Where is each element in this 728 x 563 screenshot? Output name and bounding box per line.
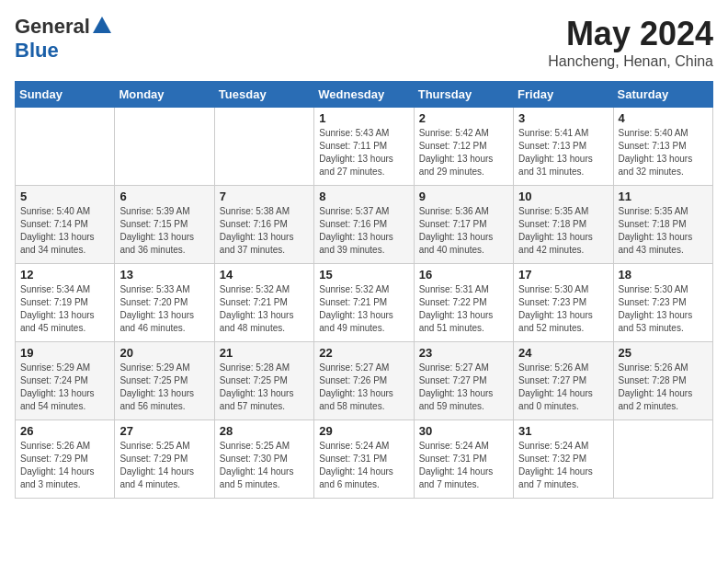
calendar-cell xyxy=(115,108,214,186)
page-header: General Blue May 2024 Hancheng, Henan, C… xyxy=(15,15,713,70)
logo-blue-text: Blue xyxy=(15,39,59,63)
day-info: Sunrise: 5:26 AM Sunset: 7:28 PM Dayligh… xyxy=(619,362,708,413)
weekday-header-monday: Monday xyxy=(115,82,214,108)
calendar-cell: 21Sunrise: 5:28 AM Sunset: 7:25 PM Dayli… xyxy=(214,342,313,420)
day-info: Sunrise: 5:26 AM Sunset: 7:27 PM Dayligh… xyxy=(518,362,608,413)
day-info: Sunrise: 5:36 AM Sunset: 7:17 PM Dayligh… xyxy=(419,205,508,257)
calendar-cell: 1Sunrise: 5:43 AM Sunset: 7:11 PM Daylig… xyxy=(314,108,414,186)
calendar-cell: 8Sunrise: 5:37 AM Sunset: 7:16 PM Daylig… xyxy=(314,186,414,264)
calendar-cell xyxy=(214,108,313,186)
weekday-header-friday: Friday xyxy=(514,82,613,108)
day-info: Sunrise: 5:42 AM Sunset: 7:12 PM Dayligh… xyxy=(419,127,508,178)
day-info: Sunrise: 5:27 AM Sunset: 7:27 PM Dayligh… xyxy=(419,362,508,413)
day-info: Sunrise: 5:40 AM Sunset: 7:14 PM Dayligh… xyxy=(20,205,109,257)
day-info: Sunrise: 5:29 AM Sunset: 7:25 PM Dayligh… xyxy=(119,362,209,413)
day-number: 21 xyxy=(220,346,309,360)
calendar-cell: 28Sunrise: 5:25 AM Sunset: 7:30 PM Dayli… xyxy=(214,420,313,499)
weekday-header-thursday: Thursday xyxy=(414,82,513,108)
day-info: Sunrise: 5:35 AM Sunset: 7:18 PM Dayligh… xyxy=(518,205,608,257)
calendar-cell: 26Sunrise: 5:26 AM Sunset: 7:29 PM Dayli… xyxy=(16,420,115,499)
logo: General Blue xyxy=(15,15,111,63)
calendar-week-row: 12Sunrise: 5:34 AM Sunset: 7:19 PM Dayli… xyxy=(16,264,713,342)
calendar-cell: 16Sunrise: 5:31 AM Sunset: 7:22 PM Dayli… xyxy=(414,264,513,342)
calendar-table: SundayMondayTuesdayWednesdayThursdayFrid… xyxy=(15,81,713,499)
calendar-cell: 29Sunrise: 5:24 AM Sunset: 7:31 PM Dayli… xyxy=(314,420,414,499)
calendar-cell xyxy=(16,108,115,186)
day-info: Sunrise: 5:38 AM Sunset: 7:16 PM Dayligh… xyxy=(220,205,309,257)
calendar-cell: 9Sunrise: 5:36 AM Sunset: 7:17 PM Daylig… xyxy=(414,186,513,264)
day-number: 10 xyxy=(518,190,608,203)
day-number: 11 xyxy=(619,190,708,203)
weekday-header-wednesday: Wednesday xyxy=(314,82,414,108)
day-info: Sunrise: 5:41 AM Sunset: 7:13 PM Dayligh… xyxy=(518,127,608,178)
day-number: 18 xyxy=(619,268,708,282)
day-info: Sunrise: 5:29 AM Sunset: 7:24 PM Dayligh… xyxy=(20,362,109,413)
logo-general-text: General xyxy=(15,15,90,39)
day-number: 6 xyxy=(119,190,209,203)
day-info: Sunrise: 5:33 AM Sunset: 7:20 PM Dayligh… xyxy=(119,283,209,335)
day-info: Sunrise: 5:24 AM Sunset: 7:32 PM Dayligh… xyxy=(518,440,608,491)
calendar-cell: 7Sunrise: 5:38 AM Sunset: 7:16 PM Daylig… xyxy=(214,186,313,264)
day-info: Sunrise: 5:25 AM Sunset: 7:30 PM Dayligh… xyxy=(220,440,309,491)
day-number: 2 xyxy=(419,111,508,125)
day-number: 27 xyxy=(119,424,209,438)
logo-triangle-icon xyxy=(93,17,111,33)
weekday-header-row: SundayMondayTuesdayWednesdayThursdayFrid… xyxy=(16,82,713,108)
calendar-cell: 23Sunrise: 5:27 AM Sunset: 7:27 PM Dayli… xyxy=(414,342,513,420)
day-number: 30 xyxy=(419,424,508,438)
calendar-cell: 25Sunrise: 5:26 AM Sunset: 7:28 PM Dayli… xyxy=(613,342,712,420)
month-title: May 2024 xyxy=(548,15,713,53)
weekday-header-tuesday: Tuesday xyxy=(214,82,313,108)
day-info: Sunrise: 5:32 AM Sunset: 7:21 PM Dayligh… xyxy=(220,283,309,335)
day-number: 12 xyxy=(20,268,109,282)
calendar-cell: 24Sunrise: 5:26 AM Sunset: 7:27 PM Dayli… xyxy=(514,342,613,420)
day-info: Sunrise: 5:30 AM Sunset: 7:23 PM Dayligh… xyxy=(518,283,608,335)
day-info: Sunrise: 5:43 AM Sunset: 7:11 PM Dayligh… xyxy=(319,127,408,178)
day-info: Sunrise: 5:27 AM Sunset: 7:26 PM Dayligh… xyxy=(319,362,408,413)
day-info: Sunrise: 5:26 AM Sunset: 7:29 PM Dayligh… xyxy=(20,440,109,491)
calendar-cell: 12Sunrise: 5:34 AM Sunset: 7:19 PM Dayli… xyxy=(16,264,115,342)
day-info: Sunrise: 5:39 AM Sunset: 7:15 PM Dayligh… xyxy=(119,205,209,257)
day-number: 9 xyxy=(419,190,508,203)
day-number: 22 xyxy=(319,346,408,360)
day-number: 3 xyxy=(518,111,608,125)
day-number: 14 xyxy=(220,268,309,282)
day-number: 20 xyxy=(119,346,209,360)
day-number: 19 xyxy=(20,346,109,360)
day-info: Sunrise: 5:40 AM Sunset: 7:13 PM Dayligh… xyxy=(619,127,708,178)
calendar-cell: 17Sunrise: 5:30 AM Sunset: 7:23 PM Dayli… xyxy=(514,264,613,342)
day-number: 1 xyxy=(319,111,408,125)
day-number: 17 xyxy=(518,268,608,282)
calendar-cell: 30Sunrise: 5:24 AM Sunset: 7:31 PM Dayli… xyxy=(414,420,513,499)
calendar-week-row: 26Sunrise: 5:26 AM Sunset: 7:29 PM Dayli… xyxy=(16,420,713,499)
day-info: Sunrise: 5:24 AM Sunset: 7:31 PM Dayligh… xyxy=(419,440,508,491)
day-number: 31 xyxy=(518,424,608,438)
calendar-cell xyxy=(613,420,712,499)
calendar-cell: 20Sunrise: 5:29 AM Sunset: 7:25 PM Dayli… xyxy=(115,342,214,420)
weekday-header-sunday: Sunday xyxy=(16,82,115,108)
day-number: 13 xyxy=(119,268,209,282)
day-number: 23 xyxy=(419,346,508,360)
day-info: Sunrise: 5:32 AM Sunset: 7:21 PM Dayligh… xyxy=(319,283,408,335)
day-info: Sunrise: 5:25 AM Sunset: 7:29 PM Dayligh… xyxy=(119,440,209,491)
calendar-cell: 15Sunrise: 5:32 AM Sunset: 7:21 PM Dayli… xyxy=(314,264,414,342)
calendar-cell: 11Sunrise: 5:35 AM Sunset: 7:18 PM Dayli… xyxy=(613,186,712,264)
day-number: 24 xyxy=(518,346,608,360)
day-number: 15 xyxy=(319,268,408,282)
title-area: May 2024 Hancheng, Henan, China xyxy=(548,15,713,70)
day-info: Sunrise: 5:31 AM Sunset: 7:22 PM Dayligh… xyxy=(419,283,508,335)
calendar-cell: 14Sunrise: 5:32 AM Sunset: 7:21 PM Dayli… xyxy=(214,264,313,342)
calendar-cell: 4Sunrise: 5:40 AM Sunset: 7:13 PM Daylig… xyxy=(613,108,712,186)
day-number: 28 xyxy=(220,424,309,438)
calendar-cell: 2Sunrise: 5:42 AM Sunset: 7:12 PM Daylig… xyxy=(414,108,513,186)
weekday-header-saturday: Saturday xyxy=(613,82,712,108)
calendar-cell: 19Sunrise: 5:29 AM Sunset: 7:24 PM Dayli… xyxy=(16,342,115,420)
day-number: 4 xyxy=(619,111,708,125)
day-number: 8 xyxy=(319,190,408,203)
calendar-cell: 6Sunrise: 5:39 AM Sunset: 7:15 PM Daylig… xyxy=(115,186,214,264)
day-info: Sunrise: 5:34 AM Sunset: 7:19 PM Dayligh… xyxy=(20,283,109,335)
calendar-cell: 31Sunrise: 5:24 AM Sunset: 7:32 PM Dayli… xyxy=(514,420,613,499)
day-number: 5 xyxy=(20,190,109,203)
day-number: 25 xyxy=(619,346,708,360)
calendar-cell: 10Sunrise: 5:35 AM Sunset: 7:18 PM Dayli… xyxy=(514,186,613,264)
